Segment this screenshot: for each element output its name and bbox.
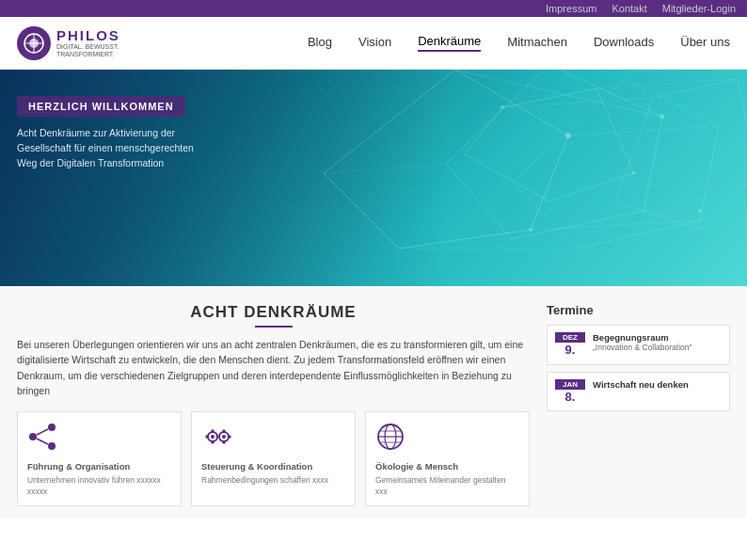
svg-line-9 — [531, 220, 700, 230]
share-icon — [27, 422, 171, 456]
svg-point-17 — [660, 115, 665, 120]
svg-point-28 — [48, 424, 56, 431]
month-badge-1: DEZ — [555, 332, 585, 343]
svg-rect-37 — [212, 441, 215, 444]
termine-title-2: Wirtschaft neu denken — [593, 379, 689, 390]
main-nav: Blog Vision Denkräume Mitmachen Download… — [308, 34, 730, 52]
day-2: 8. — [565, 390, 576, 405]
section-text: Bei unseren Überlegungen orientieren wir… — [17, 337, 530, 398]
logo-text: PHILOS DIGITAL. BEWUSST. TRANSFORMIERT. — [56, 27, 120, 59]
hero-banner: HERZLICH WILLKOMMEN Acht Denkräume zur A… — [0, 70, 747, 286]
cards-row: Führung & Organisation Unternehmen innov… — [17, 411, 530, 506]
svg-line-11 — [324, 164, 446, 173]
termine-title-1: Begegnungsraum — [593, 332, 692, 343]
svg-line-23 — [380, 136, 455, 230]
svg-line-24 — [267, 201, 380, 230]
svg-line-22 — [361, 70, 455, 136]
globe-icon — [375, 422, 519, 456]
svg-point-29 — [48, 442, 56, 450]
svg-line-30 — [37, 429, 48, 435]
logo-area: PHILOS DIGITAL. BEWUSST. TRANSFORMIERT. — [17, 26, 139, 60]
svg-point-19 — [698, 209, 702, 213]
svg-rect-36 — [212, 430, 215, 433]
card-fuehrung: Führung & Organisation Unternehmen innov… — [17, 411, 182, 506]
hero-badge: HERZLICH WILLKOMMEN — [17, 96, 185, 117]
termine-sub-1: „Innovation & Collaboration" — [593, 343, 692, 352]
svg-marker-12 — [465, 88, 634, 201]
termine-item-1[interactable]: DEZ 9. Begegnungsraum „Innovation & Coll… — [547, 325, 730, 365]
svg-line-25 — [267, 107, 314, 201]
logo-icon — [17, 26, 51, 60]
card-oekologie-sub: Gemeinsames Miteinander gestalten xxx — [375, 475, 519, 498]
svg-rect-40 — [223, 441, 226, 444]
kontakt-link[interactable]: Kontakt — [612, 3, 646, 14]
header: PHILOS DIGITAL. BEWUSST. TRANSFORMIERT. … — [0, 17, 747, 70]
card-steuerung-sub: Rahmenbedingungen schaffen xxxx — [201, 475, 345, 487]
impressum-link[interactable]: Impressum — [546, 3, 596, 14]
date-badge-1: DEZ 9. — [555, 332, 585, 358]
termine-text-1: Begegnungsraum „Innovation & Collaborati… — [593, 332, 692, 352]
svg-marker-13 — [615, 79, 747, 230]
svg-point-18 — [529, 228, 532, 232]
mitglieder-link[interactable]: Mitglieder-Login — [662, 3, 736, 14]
nav-ueber-uns[interactable]: Über uns — [680, 35, 730, 51]
day-1: 9. — [565, 343, 576, 358]
svg-point-27 — [29, 433, 37, 440]
gear-icon — [201, 422, 345, 456]
hero-content: HERZLICH WILLKOMMEN Acht Denkräume zur A… — [17, 96, 215, 170]
nav-blog[interactable]: Blog — [308, 35, 332, 51]
svg-point-16 — [565, 133, 571, 138]
section-divider — [255, 326, 293, 328]
sidebar: Termine DEZ 9. Begegnungsraum „Innovatio… — [547, 303, 730, 506]
tagline-line2: TRANSFORMIERT. — [56, 51, 120, 58]
svg-rect-38 — [206, 436, 209, 439]
card-steuerung: Steuerung & Koordination Rahmenbedingung… — [191, 411, 356, 506]
tagline-line1: DIGITAL. BEWUSST. — [56, 43, 120, 51]
card-fuehrung-sub: Unternehmen innovativ führen xxxxxx xxxx… — [27, 475, 171, 498]
svg-rect-39 — [223, 430, 226, 433]
brand-name: PHILOS — [56, 27, 120, 43]
hero-description: Acht Denkräume zur Aktivierung der Gesel… — [17, 126, 215, 170]
termine-item-2[interactable]: JAN 8. Wirtschaft neu denken — [547, 372, 730, 412]
svg-line-31 — [37, 439, 48, 444]
card-oekologie: Ökologie & Mensch Gemeinsames Miteinande… — [365, 411, 530, 506]
card-oekologie-title: Ökologie & Mensch — [375, 461, 519, 472]
termine-text-2: Wirtschaft neu denken — [593, 379, 689, 390]
main-left-col: ACHT DENKRÄUME Bei unseren Überlegungen … — [17, 303, 530, 506]
month-badge-2: JAN — [555, 379, 585, 390]
svg-rect-41 — [229, 436, 231, 439]
nav-denkraeume[interactable]: Denkräume — [418, 34, 481, 52]
svg-point-33 — [211, 435, 215, 439]
section-title: ACHT DENKRÄUME — [17, 303, 530, 322]
svg-line-26 — [314, 70, 361, 107]
hero-geo-decoration — [173, 70, 747, 286]
card-fuehrung-title: Führung & Organisation — [27, 461, 171, 472]
sidebar-title: Termine — [547, 303, 730, 317]
svg-point-21 — [632, 171, 636, 175]
utility-bar: Impressum Kontakt Mitglieder-Login — [0, 0, 747, 17]
date-badge-2: JAN 8. — [555, 379, 585, 405]
nav-downloads[interactable]: Downloads — [594, 35, 654, 51]
svg-point-35 — [222, 435, 226, 439]
nav-vision[interactable]: Vision — [358, 35, 391, 51]
svg-point-20 — [501, 105, 504, 109]
nav-mitmachen[interactable]: Mitmachen — [507, 35, 567, 51]
card-steuerung-title: Steuerung & Koordination — [201, 461, 345, 472]
main-content: ACHT DENKRÄUME Bei unseren Überlegungen … — [0, 286, 747, 518]
